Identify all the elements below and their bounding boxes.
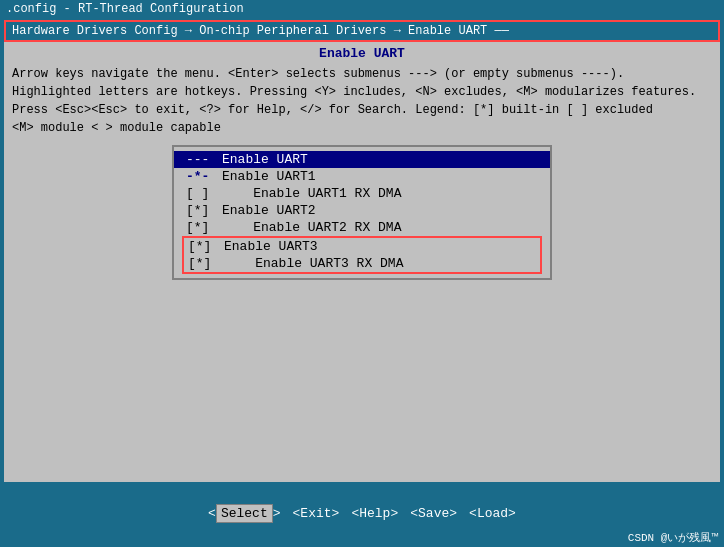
menu-item-uart2[interactable]: [*] Enable UART2 <box>174 202 550 219</box>
breadcrumb: Hardware Drivers Config → On-chip Periph… <box>4 20 720 42</box>
page-subtitle: Enable UART <box>12 46 712 61</box>
menu-prefix-1: -*- <box>186 169 222 184</box>
help-line-2: Highlighted letters are hotkeys. Pressin… <box>12 83 712 101</box>
menu-label-1: Enable UART1 <box>222 169 316 184</box>
exit-label[interactable]: Exit <box>300 506 331 521</box>
load-button[interactable]: < Load > <box>469 506 516 521</box>
main-container: Hardware Drivers Config → On-chip Periph… <box>4 20 720 482</box>
menu-prefix-6: [*] <box>188 256 224 271</box>
menu-item-enable-uart[interactable]: --- Enable UART <box>174 151 550 168</box>
uart3-highlight-group: [*] Enable UART3 [*] Enable UART3 RX DMA <box>182 236 542 274</box>
menu-item-uart3-dma[interactable]: [*] Enable UART3 RX DMA <box>184 255 540 272</box>
menu-label-6: Enable UART3 RX DMA <box>224 256 403 271</box>
save-button[interactable]: < Save > <box>410 506 457 521</box>
menu-label-5: Enable UART3 <box>224 239 318 254</box>
select-button[interactable]: < Select > <box>208 504 280 523</box>
title-bar: .config - RT-Thread Configuration <box>0 0 724 18</box>
menu-label-4: Enable UART2 RX DMA <box>222 220 401 235</box>
menu-box: --- Enable UART -*- Enable UART1 [ ] Ena… <box>172 145 552 280</box>
menu-prefix-4: [*] <box>186 220 222 235</box>
menu-item-uart1-dma[interactable]: [ ] Enable UART1 RX DMA <box>174 185 550 202</box>
menu-prefix-3: [*] <box>186 203 222 218</box>
menu-item-uart2-dma[interactable]: [*] Enable UART2 RX DMA <box>174 219 550 236</box>
exit-button[interactable]: < Exit > <box>293 506 340 521</box>
breadcrumb-text: Hardware Drivers Config → On-chip Periph… <box>12 24 509 38</box>
help-line-3: Press <Esc><Esc> to exit, <?> for Help, … <box>12 101 712 119</box>
menu-label-2: Enable UART1 RX DMA <box>222 186 401 201</box>
menu-item-uart3[interactable]: [*] Enable UART3 <box>184 238 540 255</box>
help-line-4: <M> module < > module capable <box>12 119 712 137</box>
select-label[interactable]: Select <box>216 504 273 523</box>
help-text: Arrow keys navigate the menu. <Enter> se… <box>12 65 712 137</box>
help-line-1: Arrow keys navigate the menu. <Enter> se… <box>12 65 712 83</box>
menu-label-0: Enable UART <box>222 152 308 167</box>
content-area: Enable UART Arrow keys navigate the menu… <box>4 42 720 482</box>
title-text: .config - RT-Thread Configuration <box>6 2 244 16</box>
save-label[interactable]: Save <box>418 506 449 521</box>
menu-item-uart1[interactable]: -*- Enable UART1 <box>174 168 550 185</box>
menu-prefix-2: [ ] <box>186 186 222 201</box>
menu-prefix-5: [*] <box>188 239 224 254</box>
bottom-bar: < Select > < Exit > < Help > < Save > < … <box>4 500 720 527</box>
watermark: CSDN @いが残風™ <box>628 530 718 545</box>
load-label[interactable]: Load <box>477 506 508 521</box>
help-label[interactable]: Help <box>359 506 390 521</box>
menu-prefix-0: --- <box>186 152 222 167</box>
help-button[interactable]: < Help > <box>351 506 398 521</box>
menu-label-3: Enable UART2 <box>222 203 316 218</box>
